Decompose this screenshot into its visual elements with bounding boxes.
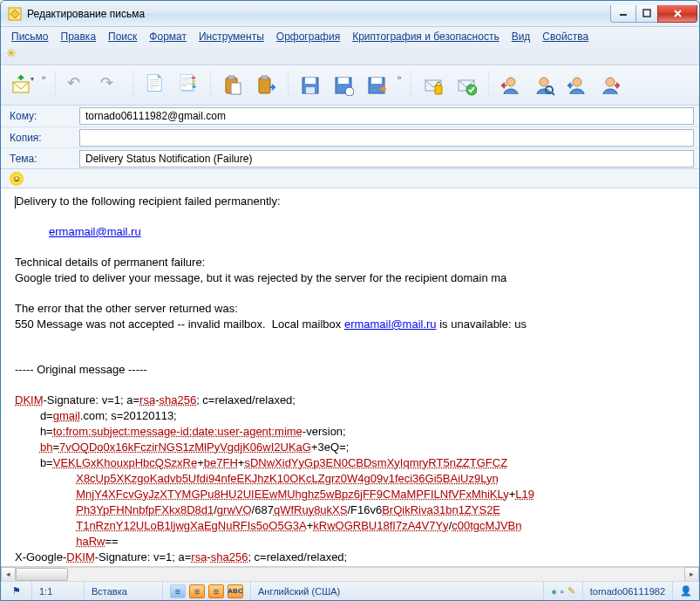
recipient-link[interactable]: ermamail@mail.ru	[49, 225, 141, 238]
emoji-bar: ☺	[1, 169, 699, 188]
message-body[interactable]: Delivery to the following recipient fail…	[1, 188, 699, 566]
svg-point-22	[540, 78, 548, 86]
toolbar-overflow-1[interactable]: »	[39, 71, 48, 100]
svg-point-25	[573, 78, 581, 86]
scroll-left-button[interactable]: ◂	[1, 567, 16, 582]
redo-button[interactable]: ↷	[96, 71, 126, 100]
menu-props[interactable]: Свойства	[537, 29, 594, 44]
svg-rect-13	[338, 78, 349, 84]
toolbar: ▾ » ↶ ↷ 📄 📑 »	[1, 65, 699, 106]
cc-label: Копия:	[1, 132, 79, 144]
svg-line-24	[552, 92, 554, 95]
scroll-right-button[interactable]: ▸	[684, 567, 699, 582]
horizontal-scrollbar[interactable]: ◂ ▸	[1, 566, 699, 581]
cut-button[interactable]: 📄	[140, 71, 170, 100]
subject-label: Тема:	[1, 153, 79, 165]
menu-file[interactable]: Письмо	[6, 29, 54, 44]
svg-rect-8	[262, 76, 268, 79]
cc-field[interactable]	[79, 129, 694, 147]
svg-point-14	[345, 87, 354, 96]
to-label: Кому:	[1, 110, 79, 122]
svg-rect-11	[306, 87, 315, 93]
mark-ok-button[interactable]	[452, 71, 481, 100]
status-dot-icon: ●	[551, 586, 557, 597]
align-left-icon[interactable]: ≡	[170, 584, 186, 598]
copy-button[interactable]: 📑	[173, 71, 203, 100]
minimize-button[interactable]	[610, 5, 636, 23]
app-icon	[8, 7, 22, 21]
contact-prev-button[interactable]	[496, 71, 526, 100]
smiley-icon[interactable]: ☺	[10, 172, 24, 186]
menu-search[interactable]: Поиск	[103, 29, 142, 44]
scroll-thumb[interactable]	[16, 568, 68, 581]
menu-format[interactable]: Формат	[144, 29, 192, 44]
subject-field[interactable]	[79, 150, 694, 167]
sign-button[interactable]	[418, 71, 448, 100]
svg-rect-5	[228, 76, 234, 79]
save-button[interactable]	[296, 71, 325, 100]
svg-rect-6	[231, 83, 241, 94]
align-center-icon[interactable]: ≡	[189, 584, 205, 598]
status-doc-icon: ▫	[561, 586, 564, 597]
statusbar: ⚑ 1:1 Вставка ≡ ≡ ≡ ABC Английский (США)…	[1, 581, 699, 600]
send-button[interactable]: ▾	[6, 71, 36, 100]
save-as-button[interactable]	[329, 71, 358, 100]
close-button[interactable]	[657, 5, 697, 23]
contact-find-button[interactable]	[529, 71, 559, 100]
menu-tools[interactable]: Инструменты	[194, 29, 269, 44]
window-buttons	[611, 5, 697, 23]
status-language[interactable]: Английский (США)	[251, 582, 544, 600]
undo-button[interactable]: ↶	[63, 71, 92, 100]
status-pen-icon: ✎	[567, 585, 575, 597]
svg-rect-18	[435, 85, 442, 94]
status-flag[interactable]: ⚑	[1, 582, 32, 600]
status-format-buttons: ≡ ≡ ≡ ABC	[163, 582, 251, 600]
contact-add-button[interactable]	[562, 71, 592, 100]
maximize-button[interactable]	[635, 5, 658, 23]
svg-point-21	[506, 78, 515, 86]
svg-point-26	[606, 78, 615, 86]
status-user-icon[interactable]: 👤	[673, 582, 699, 600]
status-position: 1:1	[32, 582, 85, 600]
scroll-track[interactable]	[16, 567, 684, 582]
titlebar[interactable]: Редактирование письма	[1, 1, 699, 27]
status-account[interactable]: tornado06111982	[583, 582, 673, 600]
menu-view[interactable]: Вид	[506, 29, 536, 44]
paste-special-button[interactable]	[251, 71, 281, 100]
menu-crypto[interactable]: Криптография и безопасность	[347, 29, 504, 44]
to-field[interactable]	[79, 107, 694, 125]
svg-rect-16	[371, 78, 382, 84]
header-fields: Кому: Копия: Тема:	[1, 106, 699, 169]
save-export-button[interactable]	[362, 71, 391, 100]
menu-edit[interactable]: Правка	[56, 29, 102, 44]
menubar: Письмо Правка Поиск Формат Инструменты О…	[1, 27, 699, 65]
align-right-icon[interactable]: ≡	[208, 584, 224, 598]
svg-rect-7	[259, 78, 270, 93]
status-indicators: ● ▫ ✎	[544, 582, 583, 600]
window-title: Редактирование письма	[27, 8, 611, 20]
svg-rect-2	[643, 10, 650, 17]
spellcheck-icon[interactable]: ABC	[228, 584, 243, 598]
recipient-link-2[interactable]: ermamail@mail.ru	[344, 318, 437, 331]
compose-window: Редактирование письма Письмо Правка Поис…	[0, 0, 700, 601]
menu-spelling[interactable]: Орфография	[271, 29, 345, 44]
status-mode[interactable]: Вставка	[85, 582, 163, 600]
gear-icon[interactable]: ✳	[6, 46, 20, 60]
contact-next-button[interactable]	[595, 71, 625, 100]
paste-button[interactable]	[218, 71, 248, 100]
toolbar-overflow-2[interactable]: »	[395, 71, 404, 100]
svg-rect-10	[305, 78, 316, 84]
